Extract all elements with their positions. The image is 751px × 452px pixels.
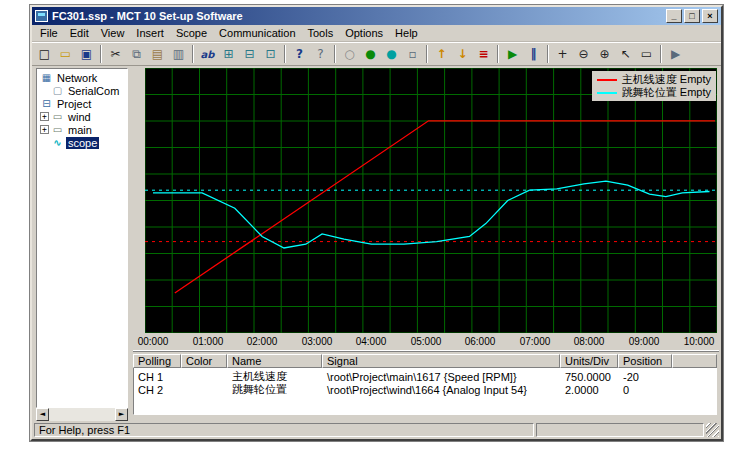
toolbar-separator: [660, 45, 662, 63]
table-view-button[interactable]: ⊟: [239, 44, 260, 64]
table-row-ch2[interactable]: CH 2 跳舞轮位置 \root\Project\wind\1664 {Anal…: [134, 383, 716, 396]
expand-plus-icon[interactable]: +: [40, 125, 49, 134]
x-axis: 00:000 01:000 02:000 03:000 04:000 05:00…: [145, 333, 717, 349]
cell-name: 跳舞轮位置: [228, 382, 323, 397]
pause-icon: ‖: [531, 47, 537, 61]
column-header-color[interactable]: Color: [181, 354, 227, 368]
scrollbar-track[interactable]: [49, 408, 115, 421]
pointer-button[interactable]: ↖: [615, 44, 636, 64]
printer-icon: ▥: [173, 47, 184, 61]
copy-button[interactable]: ⧉: [126, 44, 147, 64]
tree-item-label: wind: [66, 111, 93, 123]
scope-plot-svg[interactable]: [145, 68, 717, 333]
scroll-left-button[interactable]: ◄: [36, 408, 49, 421]
column-header-unitsdiv[interactable]: Units/Div: [560, 354, 618, 368]
play-icon: ▶: [508, 47, 517, 61]
menu-file[interactable]: File: [34, 26, 64, 40]
content-area: ▦ Network ▢ SerialCom ⊟ Project + ▭ wind: [34, 66, 719, 421]
menu-edit[interactable]: Edit: [64, 26, 95, 40]
drive-icon: ▭: [51, 111, 64, 122]
cut-button[interactable]: ✂: [105, 44, 126, 64]
write-to-drive-button[interactable]: ↓: [452, 44, 473, 64]
tree-item-label: scope: [66, 137, 99, 149]
connect-button[interactable]: ○: [339, 44, 360, 64]
panel-divider: [133, 350, 719, 352]
zoom-box-icon: ▭: [641, 47, 652, 61]
parameter-id-button[interactable]: ab: [197, 44, 218, 64]
series-line-1: [153, 181, 710, 248]
open-button[interactable]: ▭: [55, 44, 76, 64]
cell-position: -20: [619, 371, 673, 383]
tree-item-scope[interactable]: ∿ scope: [37, 136, 127, 149]
app-icon: [35, 10, 48, 22]
maximize-button[interactable]: □: [684, 9, 700, 23]
tree-item-network[interactable]: ▦ Network: [37, 71, 127, 84]
menu-insert[interactable]: Insert: [130, 26, 170, 40]
help-button[interactable]: ?: [289, 44, 310, 64]
cursor-arrow-icon: ↖: [620, 47, 630, 61]
tracking-cursor-button[interactable]: +: [552, 44, 573, 64]
poll-stop-button[interactable]: ●: [381, 44, 402, 64]
next-button[interactable]: ▶: [665, 44, 686, 64]
context-help-button[interactable]: ?: [310, 44, 331, 64]
scope-start-button[interactable]: ▶: [502, 44, 523, 64]
read-from-drive-button[interactable]: ↑: [431, 44, 452, 64]
connect-circle-icon: ○: [344, 47, 354, 61]
grid-view-button[interactable]: ⊞: [218, 44, 239, 64]
toolbar-separator: [426, 45, 428, 63]
tree-item-project[interactable]: ⊟ Project: [37, 97, 127, 110]
down-arrow-icon: ↓: [457, 47, 467, 61]
titlebar[interactable]: FC301.ssp - MCT 10 Set-up Software _ □ ×: [32, 7, 721, 25]
project-icon: ⊟: [40, 98, 53, 109]
selection-button[interactable]: ▫: [402, 44, 423, 64]
channel-table: Polling Color Name Signal Units/Div Posi…: [133, 354, 717, 415]
paste-button[interactable]: ▤: [147, 44, 168, 64]
poll-start-button[interactable]: ●: [360, 44, 381, 64]
zoom-out-button[interactable]: ⊖: [573, 44, 594, 64]
column-header-name[interactable]: Name: [227, 354, 322, 368]
scope-plot[interactable]: 主机线速度 Empty 跳舞轮位置 Empty: [145, 68, 717, 333]
resize-grip-icon[interactable]: [706, 423, 719, 437]
menu-communication[interactable]: Communication: [213, 26, 301, 40]
tree-item-wind[interactable]: + ▭ wind: [37, 110, 127, 123]
tree-item-main[interactable]: + ▭ main: [37, 123, 127, 136]
column-header-polling[interactable]: Polling: [133, 354, 181, 368]
x-tick: 09:000: [629, 336, 660, 347]
menu-options[interactable]: Options: [339, 26, 389, 40]
x-tick: 04:000: [356, 336, 387, 347]
project-tree-panel: ▦ Network ▢ SerialCom ⊟ Project + ▭ wind: [36, 68, 128, 421]
id-icon: ab: [201, 49, 215, 60]
matrix-view-button[interactable]: ⊡: [260, 44, 281, 64]
tree-item-label: Project: [55, 98, 93, 110]
save-button[interactable]: ▣: [76, 44, 97, 64]
table-icon: ⊟: [244, 47, 254, 61]
tree-item-label: main: [66, 124, 94, 136]
clipboard-icon: ▤: [152, 47, 163, 61]
toolbar: □ ▭ ▣ ✂ ⧉ ▤ ▥ ab ⊞ ⊟ ⊡ ? ? ○ ● ● ▫ ↑ ↓ ≡…: [32, 42, 721, 66]
table-row-ch1[interactable]: CH 1 主机线速度 \root\Project\main\1617 {Spee…: [134, 370, 716, 383]
scope-pause-button[interactable]: ‖: [523, 44, 544, 64]
scroll-right-button[interactable]: ►: [115, 408, 128, 421]
expand-plus-icon[interactable]: +: [40, 112, 49, 121]
zoom-in-icon: ⊕: [599, 47, 609, 61]
menu-tools[interactable]: Tools: [302, 26, 340, 40]
tree-item-serialcom[interactable]: ▢ SerialCom: [37, 84, 127, 97]
menu-help[interactable]: Help: [389, 26, 424, 40]
column-header-signal[interactable]: Signal: [322, 354, 560, 368]
status-message: For Help, press F1: [34, 423, 534, 437]
column-header-position[interactable]: Position: [618, 354, 672, 368]
close-button[interactable]: ×: [702, 9, 718, 23]
toolbar-separator: [100, 45, 102, 63]
menu-scope[interactable]: Scope: [170, 26, 213, 40]
minimize-button[interactable]: _: [666, 9, 682, 23]
new-button[interactable]: □: [34, 44, 55, 64]
compare-icon: ≡: [478, 47, 488, 61]
minimize-icon: _: [671, 11, 676, 21]
zoom-box-button[interactable]: ▭: [636, 44, 657, 64]
compare-button[interactable]: ≡: [473, 44, 494, 64]
menu-view[interactable]: View: [95, 26, 131, 40]
open-folder-icon: ▭: [60, 47, 71, 61]
print-button[interactable]: ▥: [168, 44, 189, 64]
zoom-in-button[interactable]: ⊕: [594, 44, 615, 64]
crosshair-icon: +: [557, 47, 567, 61]
